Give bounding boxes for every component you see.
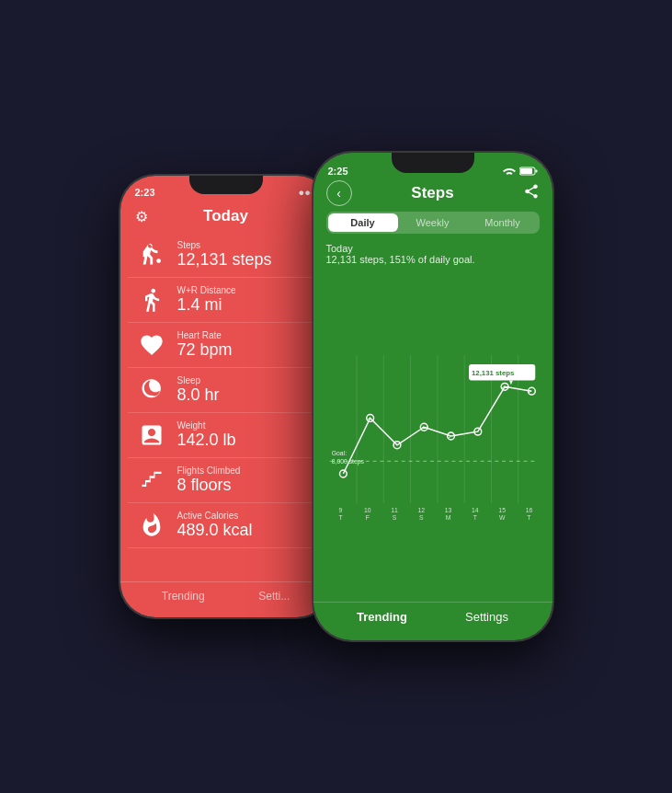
right-status-icons: [503, 167, 538, 176]
health-item-distance[interactable]: W+R Distance 1.4 mi: [128, 278, 325, 323]
svg-text:T: T: [473, 514, 477, 521]
tab-weekly[interactable]: Weekly: [398, 213, 468, 232]
gear-icon[interactable]: ⚙: [135, 208, 148, 225]
svg-text:12: 12: [417, 507, 425, 513]
walk-icon: [135, 283, 168, 316]
steps-text: Steps 12,131 steps: [177, 240, 272, 270]
flame-icon: [135, 509, 168, 542]
heart-label: Heart Rate: [177, 330, 233, 340]
steps-info: Today 12,131 steps, 151% of daily goal.: [313, 239, 552, 270]
weight-icon: [135, 419, 168, 452]
right-trending[interactable]: Trending: [357, 610, 407, 624]
tab-monthly[interactable]: Monthly: [468, 213, 538, 232]
steps-value: 12,131 steps: [177, 250, 272, 270]
svg-text:F: F: [365, 514, 369, 521]
right-header: ‹ Steps: [313, 180, 552, 208]
svg-text:16: 16: [525, 507, 532, 513]
back-button[interactable]: ‹: [326, 180, 352, 206]
sleep-icon: [135, 374, 168, 407]
left-phone: 2:23 ●●● ⚙ Today Steps: [120, 176, 332, 617]
svg-text:15: 15: [498, 507, 506, 513]
svg-text:S: S: [419, 514, 424, 521]
left-screen: 2:23 ●●● ⚙ Today Steps: [120, 176, 332, 617]
right-bottom-bar: Trending Settings: [313, 602, 552, 640]
sleep-label: Sleep: [177, 375, 220, 385]
calories-value: 489.0 kcal: [177, 521, 253, 540]
svg-text:9: 9: [338, 507, 342, 513]
left-bottom-bar: Trending Setti...: [120, 581, 332, 617]
chart-area: Goal: 8,000 steps: [321, 270, 545, 602]
svg-text:T: T: [338, 514, 343, 521]
right-screen: 2:25 ‹ Steps: [313, 153, 552, 640]
svg-text:✓: ✓: [528, 389, 532, 395]
battery-icon: [519, 167, 538, 176]
today-label: Today: [326, 243, 540, 254]
svg-text:11: 11: [391, 507, 398, 513]
health-item-heart[interactable]: Heart Rate 72 bpm: [128, 323, 325, 368]
flights-value: 8 floors: [177, 476, 241, 495]
heart-icon: [135, 328, 168, 362]
calories-label: Active Calories: [177, 511, 253, 521]
left-page-title: Today: [203, 207, 248, 225]
svg-text:Goal:: Goal:: [331, 450, 346, 456]
health-item-weight[interactable]: Weight 142.0 lb: [128, 413, 325, 458]
svg-rect-2: [535, 170, 537, 173]
steps-icon: [135, 238, 168, 271]
weight-text: Weight 142.0 lb: [177, 420, 236, 450]
svg-text:✓: ✓: [447, 434, 451, 440]
health-item-steps[interactable]: Steps 12,131 steps: [128, 233, 325, 278]
health-list: Steps 12,131 steps W+R Distance 1.4 mi: [120, 233, 332, 581]
stairs-icon: [135, 464, 168, 497]
sleep-value: 8.0 hr: [177, 385, 220, 405]
distance-value: 1.4 mi: [177, 295, 236, 315]
right-page-title: Steps: [411, 184, 453, 202]
wifi-icon: [503, 167, 516, 176]
heart-text: Heart Rate 72 bpm: [177, 330, 233, 360]
svg-text:14: 14: [472, 507, 479, 513]
distance-label: W+R Distance: [177, 285, 236, 295]
weight-label: Weight: [177, 420, 236, 431]
health-item-flights[interactable]: Flights Climbed 8 floors: [128, 458, 325, 503]
right-notch: [392, 153, 474, 173]
svg-text:S: S: [392, 514, 396, 521]
distance-text: W+R Distance 1.4 mi: [177, 285, 236, 315]
left-header: ⚙ Today: [120, 201, 332, 233]
svg-text:✓: ✓: [501, 385, 506, 390]
svg-text:W: W: [498, 514, 505, 521]
calories-text: Active Calories 489.0 kcal: [177, 511, 253, 540]
svg-text:12,131 steps: 12,131 steps: [471, 369, 514, 377]
flights-text: Flights Climbed 8 floors: [177, 465, 241, 495]
left-trending[interactable]: Trending: [162, 590, 205, 603]
phones-container: 2:23 ●●● ⚙ Today Steps: [120, 153, 552, 640]
period-tabs: Daily Weekly Monthly: [326, 212, 540, 234]
svg-text:✓: ✓: [366, 416, 370, 421]
flights-label: Flights Climbed: [177, 465, 241, 476]
svg-text:T: T: [527, 514, 531, 521]
right-phone: 2:25 ‹ Steps: [313, 153, 552, 640]
svg-text:13: 13: [444, 507, 451, 513]
heart-value: 72 bpm: [177, 340, 233, 360]
right-settings[interactable]: Settings: [465, 610, 508, 624]
health-item-calories[interactable]: Active Calories 489.0 kcal: [128, 503, 325, 548]
sleep-text: Sleep 8.0 hr: [177, 375, 220, 405]
steps-label: Steps: [177, 240, 272, 250]
tab-daily[interactable]: Daily: [328, 213, 398, 232]
left-settings[interactable]: Setti...: [258, 590, 290, 603]
left-time: 2:23: [135, 187, 155, 198]
right-time: 2:25: [328, 166, 348, 177]
left-notch: [189, 176, 263, 194]
today-value: 12,131 steps, 151% of daily goal.: [326, 254, 540, 265]
share-button[interactable]: [523, 183, 540, 203]
svg-marker-28: [508, 380, 512, 385]
svg-text:10: 10: [363, 507, 370, 513]
svg-text:M: M: [445, 514, 450, 521]
weight-value: 142.0 lb: [177, 431, 236, 450]
health-item-sleep[interactable]: Sleep 8.0 hr: [128, 368, 325, 413]
svg-text:✓: ✓: [420, 425, 425, 431]
steps-chart: Goal: 8,000 steps: [321, 270, 545, 602]
svg-rect-1: [520, 168, 532, 174]
